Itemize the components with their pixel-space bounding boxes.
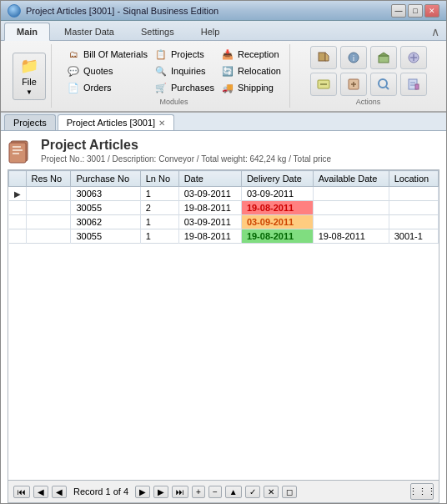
cell-delivery-date-green: 19-08-2011 xyxy=(241,229,313,244)
page-title-area: Project Articles Project No.: 3001 / Des… xyxy=(41,138,331,164)
nav-delete-button[interactable]: − xyxy=(208,486,222,498)
cell-ln-no: 2 xyxy=(140,201,178,215)
nav-square-button[interactable]: ◻ xyxy=(282,486,297,498)
cell-ln-no: 1 xyxy=(140,215,178,229)
table-row[interactable]: 30055 1 19-08-2011 19-08-2011 19-08-2011… xyxy=(9,229,439,244)
tab-bar: Projects Project Articles [3001] ✕ xyxy=(1,113,446,131)
file-label: File xyxy=(22,77,37,87)
cell-location: 3001-1 xyxy=(389,229,438,244)
file-icon: 📁 xyxy=(20,57,38,75)
col-purchase-no: Purchase No xyxy=(71,171,140,187)
main-content: Project Articles Project No.: 3001 / Des… xyxy=(1,131,446,504)
action-icon-1[interactable] xyxy=(310,46,337,69)
cell-ln-no: 1 xyxy=(140,229,178,244)
page-header: Project Articles Project No.: 3001 / Des… xyxy=(8,138,439,164)
action-icon-4[interactable] xyxy=(400,46,427,69)
file-button[interactable]: 📁 File ▼ xyxy=(13,53,46,100)
projects-icon: 📋 xyxy=(154,48,168,61)
nav-prev-button[interactable]: ◀ xyxy=(52,486,67,498)
cell-purchase-no: 30063 xyxy=(71,187,140,201)
nav-next-next-button[interactable]: ▶ xyxy=(153,486,168,498)
cell-available-date xyxy=(313,201,389,215)
ribbon-tab-main[interactable]: Main xyxy=(4,23,50,41)
cell-delivery-date-red: 19-08-2011 xyxy=(241,201,313,215)
svg-line-15 xyxy=(386,87,389,89)
actions-group: i Ac xyxy=(297,44,439,108)
cell-res-no xyxy=(26,229,71,244)
cell-date: 19-08-2011 xyxy=(178,229,241,244)
page-icon xyxy=(8,138,34,164)
tab-project-articles[interactable]: Project Articles [3001] ✕ xyxy=(58,114,174,130)
action-icon-3[interactable] xyxy=(370,46,397,69)
actions-label: Actions xyxy=(356,96,381,106)
tab-close-icon[interactable]: ✕ xyxy=(158,118,165,128)
svg-rect-23 xyxy=(13,149,23,151)
nav-bar: ⏮ ◀ ◀ Record 1 of 4 ▶ ▶ ⏭ + − ▲ ✓ ✕ ◻ ⋮⋮… xyxy=(8,481,439,503)
inquiries-icon: 🔍 xyxy=(154,64,168,78)
bom-button[interactable]: 🗂 Bill Of Materials xyxy=(63,46,151,63)
svg-rect-4 xyxy=(379,56,389,63)
col-date: Date xyxy=(178,171,241,187)
ribbon-tab-help[interactable]: Help xyxy=(188,23,233,40)
cell-res-no xyxy=(26,201,71,215)
action-icon-6[interactable] xyxy=(340,73,367,96)
cell-location xyxy=(389,215,438,229)
ribbon-tab-masterdata[interactable]: Master Data xyxy=(52,23,127,40)
inquiries-button[interactable]: 🔍 Inquiries xyxy=(151,63,218,79)
nav-prev-prev-button[interactable]: ◀ xyxy=(33,486,48,498)
orders-button[interactable]: 📄 Orders xyxy=(63,79,151,96)
purchases-button[interactable]: 🛒 Purchases xyxy=(151,79,218,96)
close-button[interactable]: ✕ xyxy=(424,4,439,18)
ribbon-tab-settings[interactable]: Settings xyxy=(128,23,187,40)
cell-purchase-no: 30055 xyxy=(71,229,140,244)
relocation-button[interactable]: 🔄 Relocation xyxy=(218,63,284,79)
page-subtitle: Project No.: 3001 / Description: Conveyo… xyxy=(41,154,331,164)
maximize-button[interactable]: □ xyxy=(408,4,423,18)
svg-rect-19 xyxy=(415,84,419,89)
nav-check-button[interactable]: ✓ xyxy=(245,486,260,498)
nav-next-button[interactable]: ▶ xyxy=(135,486,150,498)
projects-button[interactable]: 📋 Projects xyxy=(151,46,218,63)
cell-res-no xyxy=(26,187,71,201)
table-row[interactable]: 30062 1 03-09-2011 03-09-2011 xyxy=(9,215,439,229)
quotes-button[interactable]: 💬 Quotes xyxy=(63,63,151,79)
bom-icon: 🗂 xyxy=(67,48,80,61)
tab-projects[interactable]: Projects xyxy=(4,114,56,130)
title-bar-left: Project Articles [3001] - Siqnal Busines… xyxy=(8,4,218,18)
reception-button[interactable]: 📥 Reception xyxy=(218,46,284,63)
ribbon-collapse-icon[interactable]: ∧ xyxy=(428,23,443,40)
window-title: Project Articles [3001] - Siqnal Busines… xyxy=(26,6,218,16)
nav-x-button[interactable]: ✕ xyxy=(264,486,279,498)
nav-extra-button[interactable]: ⋮⋮⋮ xyxy=(410,483,434,500)
modules-buttons: 🗂 Bill Of Materials 📋 Projects 📥 Recepti… xyxy=(63,46,284,96)
row-arrow xyxy=(9,215,27,229)
action-icon-8[interactable] xyxy=(400,73,427,96)
nav-add-button[interactable]: + xyxy=(192,486,205,498)
cell-date: 19-08-2011 xyxy=(178,201,241,215)
nav-up-button[interactable]: ▲ xyxy=(225,486,242,498)
minimize-button[interactable]: — xyxy=(391,4,406,18)
table-row[interactable]: ▶ 30063 1 03-09-2011 03-09-2011 xyxy=(9,187,439,201)
col-delivery-date: Delivery Date xyxy=(241,171,313,187)
cell-delivery-date: 03-09-2011 xyxy=(241,187,313,201)
row-arrow: ▶ xyxy=(9,187,27,201)
col-available-date: Available Date xyxy=(313,171,389,187)
svg-rect-0 xyxy=(319,53,325,61)
svg-rect-24 xyxy=(13,153,19,154)
nav-first-button[interactable]: ⏮ xyxy=(13,486,30,498)
cell-available-date xyxy=(313,187,389,201)
nav-last-button[interactable]: ⏭ xyxy=(172,486,188,498)
window-controls: — □ ✕ xyxy=(391,4,439,18)
file-group: 📁 File ▼ xyxy=(8,44,52,108)
row-arrow xyxy=(9,229,27,244)
action-icon-5[interactable] xyxy=(310,73,337,96)
action-icon-7[interactable] xyxy=(370,73,397,96)
action-icon-2[interactable]: i xyxy=(340,46,367,69)
cell-ln-no: 1 xyxy=(140,187,178,201)
quotes-icon: 💬 xyxy=(67,64,80,78)
shipping-button[interactable]: 🚚 Shipping xyxy=(218,79,284,96)
cell-available-date xyxy=(313,215,389,229)
row-arrow xyxy=(9,201,27,215)
data-grid-container: Res No Purchase No Ln No Date Delivery D… xyxy=(8,169,439,481)
table-row[interactable]: 30055 2 19-08-2011 19-08-2011 xyxy=(9,201,439,215)
